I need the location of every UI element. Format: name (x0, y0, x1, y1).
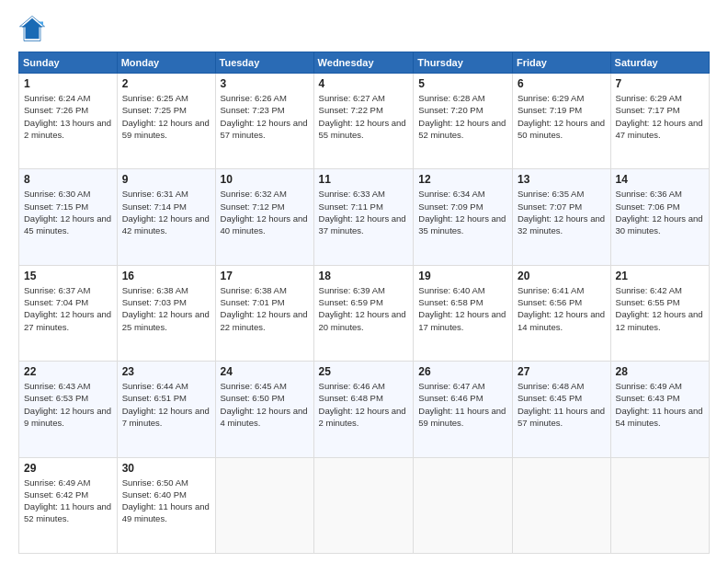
calendar-week-row: 29Sunrise: 6:49 AMSunset: 6:42 PMDayligh… (19, 457, 710, 553)
day-info: Sunrise: 6:47 AMSunset: 6:46 PMDaylight:… (418, 380, 507, 429)
day-number: 18 (319, 270, 409, 282)
day-number: 5 (418, 77, 507, 90)
day-number: 8 (24, 173, 112, 186)
calendar-week-row: 15Sunrise: 6:37 AMSunset: 7:04 PMDayligh… (19, 265, 710, 361)
day-number: 21 (616, 270, 704, 282)
logo (18, 15, 50, 42)
table-row: 6Sunrise: 6:29 AMSunset: 7:19 PMDaylight… (512, 74, 610, 169)
table-row: 8Sunrise: 6:30 AMSunset: 7:15 PMDaylight… (19, 169, 118, 265)
day-info: Sunrise: 6:26 AMSunset: 7:23 PMDaylight:… (221, 92, 309, 141)
calendar-week-row: 1Sunrise: 6:24 AMSunset: 7:26 PMDaylight… (19, 74, 710, 169)
day-header-sunday: Sunday (19, 52, 118, 74)
calendar-week-row: 22Sunrise: 6:43 AMSunset: 6:53 PMDayligh… (19, 362, 710, 457)
day-info: Sunrise: 6:27 AMSunset: 7:22 PMDaylight:… (319, 92, 409, 141)
header (18, 15, 710, 42)
day-info: Sunrise: 6:28 AMSunset: 7:20 PMDaylight:… (418, 92, 507, 141)
table-row (215, 457, 313, 553)
table-row: 16Sunrise: 6:38 AMSunset: 7:03 PMDayligh… (117, 265, 215, 361)
day-info: Sunrise: 6:46 AMSunset: 6:48 PMDaylight:… (319, 380, 409, 429)
table-row: 13Sunrise: 6:35 AMSunset: 7:07 PMDayligh… (512, 169, 610, 265)
day-number: 19 (418, 270, 507, 282)
day-info: Sunrise: 6:40 AMSunset: 6:58 PMDaylight:… (418, 284, 507, 333)
table-row (313, 457, 414, 553)
table-row: 4Sunrise: 6:27 AMSunset: 7:22 PMDaylight… (313, 74, 414, 169)
table-row: 27Sunrise: 6:48 AMSunset: 6:45 PMDayligh… (512, 362, 610, 457)
day-number: 23 (122, 365, 210, 378)
day-info: Sunrise: 6:49 AMSunset: 6:42 PMDaylight:… (24, 477, 112, 525)
table-row: 15Sunrise: 6:37 AMSunset: 7:04 PMDayligh… (19, 265, 118, 361)
table-row: 19Sunrise: 6:40 AMSunset: 6:58 PMDayligh… (414, 265, 513, 361)
calendar-table: SundayMondayTuesdayWednesdayThursdayFrid… (18, 52, 710, 554)
day-info: Sunrise: 6:30 AMSunset: 7:15 PMDaylight:… (24, 188, 112, 236)
day-info: Sunrise: 6:29 AMSunset: 7:17 PMDaylight:… (616, 92, 704, 141)
day-header-wednesday: Wednesday (313, 52, 414, 74)
day-number: 27 (518, 365, 606, 378)
table-row: 10Sunrise: 6:32 AMSunset: 7:12 PMDayligh… (215, 169, 313, 265)
day-info: Sunrise: 6:32 AMSunset: 7:12 PMDaylight:… (221, 188, 309, 236)
day-number: 6 (518, 77, 606, 90)
day-number: 24 (221, 365, 309, 378)
table-row: 30Sunrise: 6:50 AMSunset: 6:40 PMDayligh… (117, 457, 215, 553)
day-header-tuesday: Tuesday (215, 52, 313, 74)
day-number: 12 (418, 173, 507, 186)
table-row: 7Sunrise: 6:29 AMSunset: 7:17 PMDaylight… (610, 74, 709, 169)
day-number: 14 (616, 173, 704, 186)
day-number: 26 (418, 365, 507, 378)
day-header-friday: Friday (512, 52, 610, 74)
day-info: Sunrise: 6:42 AMSunset: 6:55 PMDaylight:… (616, 284, 704, 333)
page: SundayMondayTuesdayWednesdayThursdayFrid… (0, 0, 728, 563)
table-row: 1Sunrise: 6:24 AMSunset: 7:26 PMDaylight… (19, 74, 118, 169)
day-number: 16 (122, 270, 210, 282)
calendar-header-row: SundayMondayTuesdayWednesdayThursdayFrid… (19, 52, 710, 74)
day-info: Sunrise: 6:37 AMSunset: 7:04 PMDaylight:… (24, 284, 112, 333)
table-row: 20Sunrise: 6:41 AMSunset: 6:56 PMDayligh… (512, 265, 610, 361)
day-number: 1 (24, 77, 112, 90)
table-row: 3Sunrise: 6:26 AMSunset: 7:23 PMDaylight… (215, 74, 313, 169)
calendar-week-row: 8Sunrise: 6:30 AMSunset: 7:15 PMDaylight… (19, 169, 710, 265)
table-row (414, 457, 513, 553)
table-row: 18Sunrise: 6:39 AMSunset: 6:59 PMDayligh… (313, 265, 414, 361)
day-number: 22 (24, 365, 112, 378)
day-info: Sunrise: 6:25 AMSunset: 7:25 PMDaylight:… (122, 92, 210, 141)
table-row: 9Sunrise: 6:31 AMSunset: 7:14 PMDaylight… (117, 169, 215, 265)
table-row: 26Sunrise: 6:47 AMSunset: 6:46 PMDayligh… (414, 362, 513, 457)
day-info: Sunrise: 6:35 AMSunset: 7:07 PMDaylight:… (518, 188, 606, 236)
table-row: 25Sunrise: 6:46 AMSunset: 6:48 PMDayligh… (313, 362, 414, 457)
day-info: Sunrise: 6:50 AMSunset: 6:40 PMDaylight:… (122, 477, 210, 525)
table-row (512, 457, 610, 553)
table-row: 11Sunrise: 6:33 AMSunset: 7:11 PMDayligh… (313, 169, 414, 265)
day-number: 11 (319, 173, 409, 186)
day-info: Sunrise: 6:39 AMSunset: 6:59 PMDaylight:… (319, 284, 409, 333)
day-number: 9 (122, 173, 210, 186)
table-row: 24Sunrise: 6:45 AMSunset: 6:50 PMDayligh… (215, 362, 313, 457)
day-info: Sunrise: 6:45 AMSunset: 6:50 PMDaylight:… (221, 380, 309, 429)
day-number: 15 (24, 270, 112, 282)
day-number: 25 (319, 365, 409, 378)
day-info: Sunrise: 6:34 AMSunset: 7:09 PMDaylight:… (418, 188, 507, 236)
table-row: 29Sunrise: 6:49 AMSunset: 6:42 PMDayligh… (19, 457, 118, 553)
table-row: 21Sunrise: 6:42 AMSunset: 6:55 PMDayligh… (610, 265, 709, 361)
logo-icon (18, 15, 46, 42)
day-header-thursday: Thursday (414, 52, 513, 74)
table-row: 5Sunrise: 6:28 AMSunset: 7:20 PMDaylight… (414, 74, 513, 169)
day-number: 29 (24, 462, 112, 475)
table-row: 14Sunrise: 6:36 AMSunset: 7:06 PMDayligh… (610, 169, 709, 265)
day-info: Sunrise: 6:36 AMSunset: 7:06 PMDaylight:… (616, 188, 704, 236)
table-row (610, 457, 709, 553)
table-row: 12Sunrise: 6:34 AMSunset: 7:09 PMDayligh… (414, 169, 513, 265)
table-row: 17Sunrise: 6:38 AMSunset: 7:01 PMDayligh… (215, 265, 313, 361)
table-row: 22Sunrise: 6:43 AMSunset: 6:53 PMDayligh… (19, 362, 118, 457)
day-number: 30 (122, 462, 210, 475)
day-header-monday: Monday (117, 52, 215, 74)
day-header-saturday: Saturday (610, 52, 709, 74)
day-number: 17 (221, 270, 309, 282)
day-number: 13 (518, 173, 606, 186)
day-number: 7 (616, 77, 704, 90)
day-info: Sunrise: 6:44 AMSunset: 6:51 PMDaylight:… (122, 380, 210, 429)
day-number: 4 (319, 77, 409, 90)
svg-marker-0 (22, 18, 43, 40)
calendar-body: 1Sunrise: 6:24 AMSunset: 7:26 PMDaylight… (19, 74, 710, 554)
day-info: Sunrise: 6:33 AMSunset: 7:11 PMDaylight:… (319, 188, 409, 236)
day-info: Sunrise: 6:41 AMSunset: 6:56 PMDaylight:… (518, 284, 606, 333)
day-number: 10 (221, 173, 309, 186)
